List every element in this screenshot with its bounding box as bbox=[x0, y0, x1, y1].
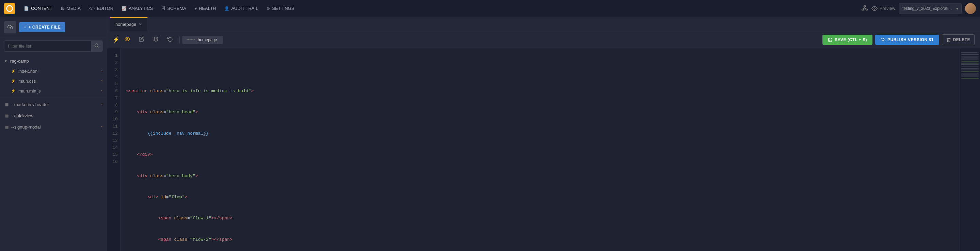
search-button[interactable] bbox=[91, 41, 102, 51]
publish-button[interactable]: PUBLISH VERSION 81 bbox=[875, 35, 939, 45]
trash-icon bbox=[946, 37, 951, 42]
sitemap-icon[interactable] bbox=[861, 5, 868, 12]
layers-button[interactable] bbox=[150, 34, 162, 45]
svg-line-4 bbox=[862, 8, 865, 9]
nav-item-health[interactable]: ♥ HEALTH bbox=[191, 4, 219, 13]
line-num-4: 4 bbox=[107, 73, 121, 81]
content-icon: 📄 bbox=[24, 6, 29, 11]
code-content[interactable]: <section class="hero is-info is-medium i… bbox=[121, 48, 959, 251]
audit-icon: 👤 bbox=[224, 6, 229, 11]
edit-icon bbox=[139, 37, 144, 42]
environment-dropdown[interactable]: testing_v_2023_Explorati... bbox=[899, 3, 962, 14]
file-main-css[interactable]: ⚡ main.css ↑ bbox=[0, 76, 107, 86]
upload-status-icon: ↑ bbox=[101, 69, 103, 74]
breadcrumb: •••••• homepage bbox=[182, 36, 223, 44]
line-num-13: 13 bbox=[107, 137, 121, 145]
file-lightning-icon-3: ⚡ bbox=[11, 89, 16, 93]
line-num-5: 5 bbox=[107, 81, 121, 88]
code-line-4: {{include _nav_normal}} bbox=[126, 130, 954, 137]
tab-close-icon[interactable]: ✕ bbox=[139, 22, 142, 27]
avatar[interactable] bbox=[965, 3, 976, 14]
nav-item-audit-trail[interactable]: 👤 AUDIT TRAIL bbox=[221, 4, 262, 13]
svg-point-8 bbox=[95, 44, 98, 47]
preview-label: Preview bbox=[880, 6, 895, 11]
edit-button[interactable] bbox=[135, 34, 148, 45]
section-signup-modal[interactable]: ▦ --signup-modal ↑ bbox=[0, 121, 107, 133]
mm-line-3 bbox=[961, 56, 978, 57]
line-num-12: 12 bbox=[107, 130, 121, 137]
code-editor[interactable]: 1 2 3 4 5 6 7 8 9 10 11 12 13 14 15 16 <… bbox=[107, 48, 980, 251]
file-main-min-js[interactable]: ⚡ main.min.js ↑ bbox=[0, 86, 107, 96]
nav-item-settings[interactable]: ⚙ SETTINGS bbox=[263, 4, 298, 13]
mm-line-5 bbox=[961, 59, 978, 60]
line-num-15: 15 bbox=[107, 151, 121, 159]
mm-line-11 bbox=[961, 69, 978, 70]
code-line-7: <div id="flow"> bbox=[126, 194, 954, 201]
toolbar-divider bbox=[179, 37, 180, 43]
nav-item-editor[interactable]: </> EDITOR bbox=[86, 4, 117, 13]
create-file-button[interactable]: + + CREATE FILE bbox=[19, 22, 65, 32]
section-name-3: --signup-modal bbox=[11, 124, 41, 130]
environment-selector[interactable]: testing_v_2023_Explorati... bbox=[899, 3, 962, 14]
logo-icon bbox=[6, 5, 13, 12]
upload-button[interactable] bbox=[4, 21, 16, 33]
media-icon: 🖼 bbox=[60, 6, 65, 11]
search-input[interactable] bbox=[5, 41, 91, 51]
cloud-upload-icon bbox=[881, 37, 885, 42]
code-line-6: <div class="hero-body"> bbox=[126, 173, 954, 180]
save-button[interactable]: SAVE (CTL + S) bbox=[822, 35, 872, 45]
line-num-9: 9 bbox=[107, 109, 121, 116]
svg-marker-11 bbox=[153, 37, 158, 39]
nav-audit-label: AUDIT TRAIL bbox=[231, 6, 258, 11]
file-index-html[interactable]: ⚡ index.html ↑ bbox=[0, 66, 107, 76]
search-bar bbox=[4, 40, 103, 52]
file-lightning-icon: ⚡ bbox=[11, 69, 16, 73]
logo[interactable] bbox=[4, 3, 15, 14]
tab-homepage[interactable]: homepage ✕ bbox=[110, 17, 148, 31]
nav-media-label: MEDIA bbox=[67, 6, 81, 11]
svg-rect-1 bbox=[862, 9, 863, 10]
publish-label: PUBLISH VERSION 81 bbox=[888, 37, 934, 42]
mm-line-8 bbox=[961, 64, 978, 65]
section-upload-1: ↑ bbox=[101, 102, 103, 107]
mm-line-2 bbox=[961, 54, 978, 55]
folder-reg-camp[interactable]: ▼ reg-camp bbox=[0, 56, 107, 66]
nav-item-media[interactable]: 🖼 MEDIA bbox=[57, 4, 84, 13]
nav-item-schema[interactable]: 🗄 SCHEMA bbox=[158, 4, 190, 13]
mm-line-7 bbox=[961, 63, 978, 64]
line-num-11: 11 bbox=[107, 123, 121, 130]
nav-analytics-label: ANALYTICS bbox=[129, 6, 153, 11]
svg-rect-0 bbox=[864, 5, 865, 6]
history-icon bbox=[167, 37, 173, 42]
code-line-3: <div class="hero-head"> bbox=[126, 109, 954, 116]
search-icon bbox=[94, 43, 99, 48]
line-num-2: 2 bbox=[107, 60, 121, 67]
top-nav: 📄 CONTENT 🖼 MEDIA </> EDITOR 📈 ANALYTICS… bbox=[0, 0, 980, 17]
mm-line-12 bbox=[961, 71, 978, 72]
nav-item-content[interactable]: 📄 CONTENT bbox=[21, 4, 56, 13]
line-num-1: 1 bbox=[107, 52, 121, 60]
file-tree: ▼ reg-camp ⚡ index.html ↑ ⚡ main.css ↑ bbox=[0, 54, 107, 251]
code-line-2: <section class="hero is-info is-medium i… bbox=[126, 88, 954, 95]
breadcrumb-name: homepage bbox=[198, 37, 217, 42]
nav-schema-label: SCHEMA bbox=[167, 6, 186, 11]
code-line-5: </div> bbox=[126, 151, 954, 159]
breadcrumb-dots: •••••• bbox=[186, 37, 195, 42]
editor-toolbar-left: ⚡ bbox=[113, 34, 223, 45]
tab-bar: homepage ✕ bbox=[107, 17, 980, 31]
preview-button[interactable]: Preview bbox=[872, 5, 895, 11]
mm-line-14 bbox=[961, 75, 978, 76]
section-quickview[interactable]: ▦ --quickview bbox=[0, 110, 107, 121]
file-lightning-icon-2: ⚡ bbox=[11, 79, 16, 83]
section-icon-3: ▦ bbox=[5, 125, 8, 129]
nav-item-analytics[interactable]: 📈 ANALYTICS bbox=[118, 4, 156, 13]
mm-line-1 bbox=[961, 52, 978, 53]
history-button[interactable] bbox=[164, 34, 177, 45]
upload-status-icon-2: ↑ bbox=[101, 79, 103, 84]
layers-icon bbox=[153, 37, 159, 42]
delete-button[interactable]: DELETE bbox=[942, 34, 975, 45]
mm-line-15 bbox=[961, 76, 978, 77]
code-line-9: <span class="flow-2"></span> bbox=[126, 237, 954, 243]
section-marketers-header[interactable]: ▦ --marketers-header ↑ bbox=[0, 99, 107, 110]
view-code-button[interactable] bbox=[121, 34, 134, 45]
